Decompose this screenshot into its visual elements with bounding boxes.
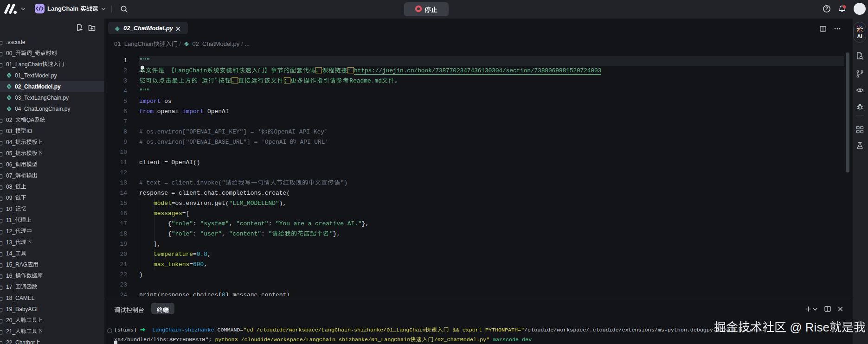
svg-text:?: ? <box>825 6 828 11</box>
